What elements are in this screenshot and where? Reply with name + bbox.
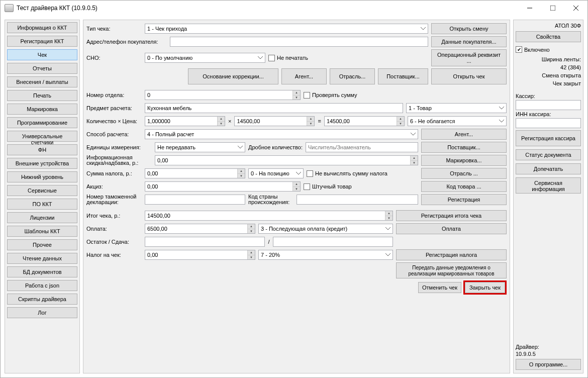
select-oplata-type[interactable]: 3 - Последующая оплата (кредит): [258, 224, 393, 234]
sidebar-item-6[interactable]: Маркировка: [7, 104, 77, 115]
input-sdacha[interactable]: [273, 237, 393, 247]
input-summa[interactable]: [324, 116, 405, 126]
svg-rect-1: [550, 6, 555, 11]
oplata-button[interactable]: Оплата: [396, 223, 507, 234]
sidebar-item-16[interactable]: Прочее: [7, 239, 77, 250]
select-nalog-pos[interactable]: 0 - На позицию: [248, 168, 304, 178]
select-sposob[interactable]: 4 - Полный расчет: [145, 129, 418, 139]
select-nalog-rate[interactable]: 7 - 20%: [258, 250, 393, 260]
postavshchik-button[interactable]: Поставщик...: [421, 142, 507, 153]
svoystva-button[interactable]: Свойства: [516, 31, 581, 42]
x-sign: ×: [228, 118, 231, 124]
sidebar-item-9[interactable]: ФН: [7, 144, 77, 155]
close-check-button[interactable]: Закрыть чек: [465, 282, 505, 293]
device-name: АТОЛ 30Ф: [516, 23, 581, 29]
label-akciz: Акциз:: [86, 183, 142, 190]
input-predmet[interactable]: [145, 103, 403, 113]
input-nalog-chek[interactable]: [145, 250, 255, 260]
agent-top-button[interactable]: Агент...: [281, 68, 327, 84]
checkbox-vklyucheno[interactable]: ✔Включено: [516, 46, 581, 53]
select-nds[interactable]: 6 - Не облагается: [408, 116, 507, 126]
kod-tovara-button[interactable]: Код товара ...: [421, 181, 507, 192]
sidebar-item-0[interactable]: Информация о ККТ: [7, 22, 77, 33]
sidebar-item-13[interactable]: ПО ККТ: [7, 199, 77, 210]
sidebar-item-20[interactable]: Скрипты драйвера: [7, 294, 77, 305]
input-skidka[interactable]: [155, 155, 418, 165]
input-nalog-sum[interactable]: [145, 168, 245, 178]
sidebar-item-8[interactable]: Универсальные счетчики: [7, 131, 77, 142]
input-itog[interactable]: [145, 211, 393, 221]
spin-down[interactable]: ▼: [292, 96, 300, 100]
input-oplata[interactable]: [145, 224, 255, 234]
sidebar-item-4[interactable]: Внесения / выплаты: [7, 76, 77, 87]
sidebar-item-1[interactable]: Регистрация ККТ: [7, 36, 77, 47]
label-nomer-otdela: Номер отдела:: [86, 92, 142, 98]
markirovka-button[interactable]: Маркировка...: [421, 155, 507, 166]
sidebar-item-11[interactable]: Нижний уровень: [7, 171, 77, 182]
select-predmet-type[interactable]: 1 - Товар: [406, 103, 507, 113]
sidebar-item-5[interactable]: Печать: [7, 90, 77, 101]
input-inn[interactable]: [516, 118, 581, 128]
spin-up[interactable]: ▲: [292, 90, 300, 96]
label-predmet: Предмет расчета:: [86, 105, 142, 111]
reg-itoga-button[interactable]: Регистрация итога чека: [396, 210, 507, 221]
open-check-button[interactable]: Открыть чек: [431, 68, 507, 84]
input-kod-strany[interactable]: [297, 195, 418, 205]
input-nomer-otdela[interactable]: [145, 90, 301, 100]
about-button[interactable]: О программе...: [516, 359, 581, 370]
label-kol-cena: Количество × Цена:: [86, 118, 142, 124]
eq-sign: =: [318, 118, 321, 124]
sidebar-item-10[interactable]: Внешние устройства: [7, 158, 77, 169]
osnovanie-button[interactable]: Основание коррекции...: [188, 68, 278, 84]
label-sposob: Способ расчета:: [86, 131, 142, 137]
sidebar-item-7[interactable]: Программирование: [7, 117, 77, 128]
sidebar-item-17[interactable]: Чтение данных: [7, 253, 77, 264]
otrasl-top-button[interactable]: Отрасль...: [330, 68, 375, 84]
checkbox-shtuch[interactable]: Штучный товар: [304, 183, 352, 190]
input-adres[interactable]: [170, 37, 428, 47]
input-tamozh[interactable]: [145, 195, 245, 205]
sidebar-item-15[interactable]: Шаблоны ККТ: [7, 226, 77, 237]
label-oplata: Оплата:: [86, 226, 142, 232]
agent-button[interactable]: Агент...: [421, 129, 507, 140]
servis-info-button[interactable]: Сервисная информация: [516, 177, 581, 194]
select-sno[interactable]: 0 - По умолчанию: [145, 53, 265, 63]
otrasl-button[interactable]: Отрасль ...: [421, 168, 507, 179]
input-cena[interactable]: [234, 116, 315, 126]
input-ostatok[interactable]: [145, 237, 265, 247]
sidebar-item-19[interactable]: Работа с json: [7, 280, 77, 291]
reg-naloga-button[interactable]: Регистрация налога: [396, 249, 507, 260]
app-icon: [5, 4, 14, 12]
cancel-check-button[interactable]: Отменить чек: [418, 282, 461, 293]
checkbox-proveryat[interactable]: Проверять сумму: [304, 92, 357, 99]
open-shift-button[interactable]: Открыть смену: [431, 23, 507, 34]
sidebar-item-2[interactable]: Чек: [7, 49, 77, 60]
status-doc-button[interactable]: Статус документа: [516, 149, 581, 160]
checkbox-ne-pechatat[interactable]: Не печатать: [268, 55, 308, 61]
oper-rekvizit-button[interactable]: Операционный реквизит ...: [431, 49, 507, 66]
select-tip-cheka[interactable]: 1 - Чек прихода: [145, 24, 428, 34]
registraciya-button[interactable]: Регистрация: [421, 194, 507, 205]
reg-kassira-button[interactable]: Регистрация кассира: [516, 130, 581, 146]
shirina-label: Ширина ленты:: [516, 56, 581, 62]
kassir-label: Кассир:: [516, 93, 581, 99]
minimize-button[interactable]: [518, 1, 541, 16]
sidebar-item-3[interactable]: Отчеты: [7, 63, 77, 74]
select-edinicy[interactable]: Не передавать: [155, 142, 245, 152]
postavshchik-top-button[interactable]: Поставщик...: [378, 68, 428, 84]
input-kol[interactable]: [145, 116, 225, 126]
buyer-data-button[interactable]: Данные покупателя...: [431, 36, 507, 47]
input-drob[interactable]: [306, 142, 418, 152]
maximize-button[interactable]: [541, 1, 564, 16]
label-tamozh: Номер таможенной декларации:: [86, 194, 142, 205]
close-button[interactable]: [564, 1, 587, 16]
sidebar-item-21[interactable]: Лог: [7, 307, 77, 318]
sidebar-item-14[interactable]: Лицензии: [7, 212, 77, 223]
input-akciz[interactable]: [145, 181, 301, 192]
input-kassir[interactable]: [516, 100, 581, 110]
sidebar-item-12[interactable]: Сервисные: [7, 185, 77, 196]
sidebar-item-18[interactable]: БД документов: [7, 266, 77, 277]
checkbox-ne-vych[interactable]: Не вычислять сумму налога: [307, 170, 387, 177]
peredat-button[interactable]: Передать данные уведомления о реализации…: [396, 262, 507, 278]
dopechatat-button[interactable]: Допечатать: [516, 163, 581, 174]
